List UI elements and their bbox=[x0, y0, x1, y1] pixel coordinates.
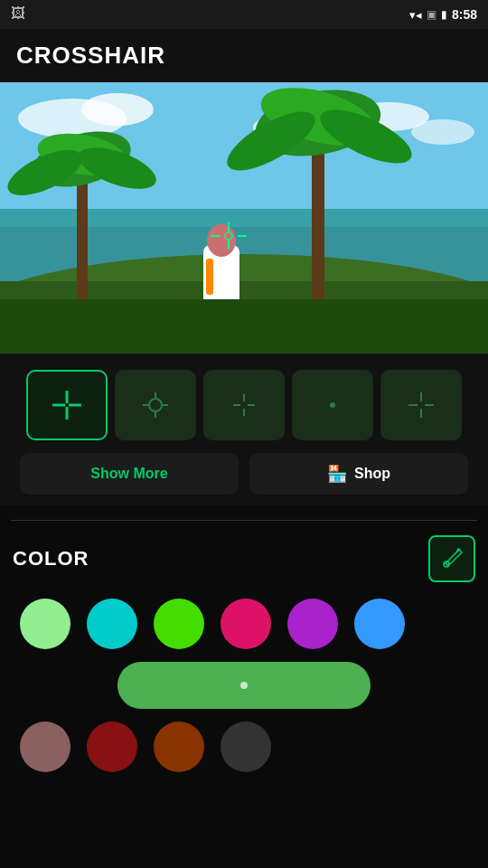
crosshair-option-3[interactable] bbox=[292, 370, 373, 440]
game-scene-svg bbox=[0, 82, 488, 354]
wifi-icon: ▾◂ bbox=[409, 8, 422, 22]
svg-rect-24 bbox=[206, 259, 213, 295]
status-icons: ▾◂ ▣ ▮ 8:58 bbox=[409, 7, 477, 22]
crosshair-section: Show More 🏪 Shop bbox=[0, 354, 488, 505]
photo-icon: 🖼 bbox=[11, 5, 25, 22]
crosshair-option-0[interactable] bbox=[26, 370, 108, 440]
game-preview: PUBGMOBILE bbox=[0, 82, 488, 354]
status-time: 8:58 bbox=[452, 7, 477, 22]
selected-color-bar[interactable] bbox=[117, 662, 371, 709]
crosshair-option-2[interactable] bbox=[203, 370, 285, 440]
svg-rect-30 bbox=[0, 299, 488, 354]
color-title: COLOR bbox=[13, 547, 89, 571]
shop-icon: 🏪 bbox=[327, 464, 347, 484]
color-section: COLOR bbox=[0, 535, 488, 649]
selected-color-dot bbox=[240, 682, 248, 689]
signal-icon: ▣ bbox=[427, 8, 436, 21]
eyedropper-button[interactable] bbox=[428, 535, 475, 582]
crosshair-option-1[interactable] bbox=[115, 370, 196, 440]
crosshair-option-4[interactable] bbox=[380, 370, 462, 440]
svg-point-35 bbox=[149, 399, 162, 411]
crosshair-options bbox=[11, 370, 477, 440]
show-more-button[interactable]: Show More bbox=[20, 453, 239, 495]
svg-point-44 bbox=[330, 402, 335, 408]
color-swatch-mauve[interactable] bbox=[20, 722, 70, 772]
shop-button[interactable]: 🏪 Shop bbox=[249, 453, 468, 495]
color-swatch-light-green[interactable] bbox=[20, 599, 70, 649]
color-row-2 bbox=[13, 722, 475, 772]
svg-point-5 bbox=[411, 119, 474, 145]
color-swatch-pink-red[interactable] bbox=[221, 599, 271, 649]
page-title: CROSSHAIR bbox=[16, 42, 165, 69]
color-swatch-purple[interactable] bbox=[287, 599, 338, 649]
section-divider bbox=[11, 520, 477, 521]
shop-label: Shop bbox=[354, 466, 390, 482]
svg-rect-7 bbox=[0, 209, 488, 227]
action-buttons: Show More 🏪 Shop bbox=[11, 453, 477, 495]
color-swatch-brown-red[interactable] bbox=[154, 722, 204, 772]
color-swatch-blue[interactable] bbox=[354, 599, 405, 649]
color-swatch-cyan[interactable] bbox=[87, 599, 137, 649]
color-swatch-dark-red[interactable] bbox=[87, 722, 137, 772]
status-bar: 🖼 ▾◂ ▣ ▮ 8:58 bbox=[0, 0, 488, 29]
selected-color-area bbox=[0, 662, 488, 709]
color-header: COLOR bbox=[13, 535, 475, 582]
color-row-1 bbox=[13, 599, 475, 649]
battery-icon: ▮ bbox=[441, 8, 447, 21]
eyedropper-icon bbox=[440, 547, 464, 571]
svg-point-2 bbox=[81, 93, 154, 126]
header: CROSSHAIR bbox=[0, 29, 488, 82]
color-swatch-bright-green[interactable] bbox=[154, 599, 204, 649]
svg-point-23 bbox=[207, 224, 236, 257]
color-swatch-dark-gray[interactable] bbox=[221, 722, 271, 772]
